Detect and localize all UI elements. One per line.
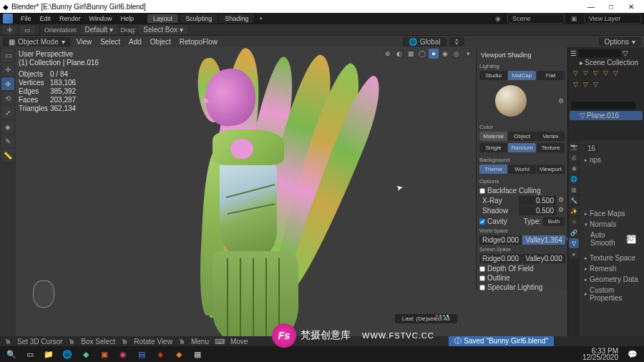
search-icon[interactable]: 🔍 bbox=[3, 348, 20, 361]
prop-tab-mesh[interactable]: ▽ bbox=[569, 238, 579, 248]
rotate-tool[interactable]: ⟲ bbox=[1, 92, 14, 104]
gear-icon[interactable]: ⚙ bbox=[557, 196, 565, 203]
prop-tab-physics[interactable]: ⚛ bbox=[569, 217, 579, 227]
gear-icon[interactable]: ⚙ bbox=[557, 206, 565, 213]
app-icon[interactable]: ◈ bbox=[152, 348, 169, 361]
select-tool-icon[interactable]: ▭ bbox=[20, 26, 35, 34]
outliner-active-object[interactable]: ▽Plane.016 bbox=[570, 111, 643, 120]
taskbar-clock[interactable]: 6:33 PM12/25/2020 bbox=[582, 348, 623, 361]
menu-add[interactable]: Add bbox=[126, 38, 145, 46]
app-icon[interactable]: ◉ bbox=[114, 348, 132, 361]
auto-smooth-row[interactable]: Auto Smooth30° bbox=[582, 230, 642, 248]
lighting-studio[interactable]: Studio bbox=[479, 71, 507, 80]
shading-dropdown-icon[interactable]: ▾ bbox=[463, 49, 473, 59]
annotate-tool[interactable]: ✎ bbox=[1, 134, 14, 147]
color-material[interactable]: Material bbox=[479, 132, 507, 141]
prop-tab-output[interactable]: 🖨 bbox=[569, 152, 579, 162]
explorer-icon[interactable]: 📁 bbox=[40, 348, 57, 361]
menu-select[interactable]: Select bbox=[97, 38, 123, 46]
shadow-toggle[interactable]: Shadow bbox=[479, 206, 518, 215]
blender-taskbar-icon[interactable]: ◆ bbox=[170, 348, 187, 361]
edge-icon[interactable]: 🌐 bbox=[59, 348, 76, 361]
close-button[interactable]: ✕ bbox=[621, 0, 641, 13]
move-tool[interactable]: ✥ bbox=[1, 77, 14, 90]
cursor-tool-icon[interactable]: ✛ bbox=[3, 26, 17, 34]
matcap-preview[interactable] bbox=[495, 85, 527, 117]
gear-icon[interactable]: ⚙ bbox=[557, 97, 565, 104]
mesh-icon[interactable]: ▽ bbox=[601, 69, 610, 77]
measure-tool[interactable]: 📏 bbox=[1, 149, 14, 162]
bg-viewport[interactable]: Viewport bbox=[537, 165, 565, 174]
tab-add[interactable]: + bbox=[255, 15, 266, 22]
viewlayer-field[interactable] bbox=[584, 14, 641, 24]
prop-tab-particles[interactable]: ✨ bbox=[569, 206, 579, 216]
blender-icon[interactable] bbox=[3, 14, 13, 24]
color-vertex[interactable]: Vertex bbox=[537, 132, 565, 141]
valley2-slider[interactable]: Valley0.000 bbox=[522, 254, 565, 263]
menu-edit[interactable]: Edit bbox=[36, 15, 55, 22]
mesh-icon[interactable]: ▽ bbox=[571, 80, 580, 89]
menu-render[interactable]: Render bbox=[56, 15, 84, 22]
color-texture[interactable]: Texture bbox=[537, 143, 565, 152]
select-box-tool[interactable]: ▭ bbox=[1, 49, 14, 62]
mesh-icon[interactable]: ▽ bbox=[571, 69, 580, 77]
app-icon[interactable]: ▤ bbox=[133, 348, 150, 361]
lighting-matcap[interactable]: MatCap bbox=[508, 71, 536, 80]
valley-slider[interactable]: Valley1.364 bbox=[522, 235, 565, 245]
prop-section-texspace[interactable]: ▸Texture Space bbox=[582, 253, 642, 263]
scene-collection-item[interactable]: ▸Scene Collection bbox=[570, 58, 643, 67]
dof-checkbox[interactable] bbox=[479, 266, 485, 272]
scene-field[interactable] bbox=[507, 14, 565, 24]
color-random[interactable]: Random bbox=[508, 143, 536, 152]
menu-retopoflow[interactable]: RetopoFlow bbox=[177, 38, 220, 46]
mesh-icon[interactable]: ▽ bbox=[581, 69, 590, 77]
ridge-slider[interactable]: Ridge0.000 bbox=[479, 235, 522, 245]
bg-world[interactable]: World bbox=[508, 165, 536, 174]
cursor-tool[interactable]: ✛ bbox=[1, 63, 14, 76]
menu-window[interactable]: Window bbox=[86, 15, 116, 22]
menu-view[interactable]: View bbox=[74, 38, 95, 46]
menu-help[interactable]: Help bbox=[117, 15, 138, 22]
gear-icon[interactable]: ⚙ bbox=[566, 235, 567, 243]
color-object[interactable]: Object bbox=[508, 132, 536, 141]
mesh-icon[interactable]: ▽ bbox=[591, 80, 600, 89]
prop-tab-constraints[interactable]: 🔗 bbox=[569, 228, 579, 238]
maximize-button[interactable]: □ bbox=[601, 0, 621, 13]
tab-layout[interactable]: Layout bbox=[147, 14, 178, 23]
props-search[interactable] bbox=[571, 102, 635, 109]
overlay-icon[interactable]: ◐ bbox=[394, 49, 404, 59]
solid-shading-icon[interactable]: ● bbox=[429, 49, 439, 59]
mesh-icon[interactable]: ▽ bbox=[581, 80, 590, 89]
transform-tool[interactable]: ◈ bbox=[1, 120, 14, 133]
color-single[interactable]: Single bbox=[479, 143, 507, 152]
xray-value[interactable]: 0.500 bbox=[519, 196, 557, 205]
app-icon[interactable]: ▣ bbox=[96, 348, 113, 361]
shadow-value[interactable]: 0.500 bbox=[519, 206, 557, 215]
options-dropdown[interactable]: Options▾ bbox=[599, 37, 641, 47]
cavity-checkbox[interactable] bbox=[479, 219, 485, 225]
minimize-button[interactable]: — bbox=[581, 0, 601, 13]
taskview-icon[interactable]: ▭ bbox=[21, 348, 39, 361]
prop-section-facemaps[interactable]: ▸Face Maps bbox=[582, 208, 642, 219]
snap-dropdown[interactable]: ⧲ bbox=[449, 37, 464, 47]
3d-viewport[interactable]: User Perspective (1) Collection | Plane.… bbox=[16, 47, 567, 336]
filter-icon[interactable]: ▽ bbox=[623, 49, 628, 57]
lighting-flat[interactable]: Flat bbox=[537, 71, 565, 80]
tab-shading[interactable]: Shading bbox=[219, 14, 254, 23]
wireframe-shading-icon[interactable]: ◯ bbox=[417, 49, 427, 59]
prop-section-nps[interactable]: ▸nps bbox=[582, 155, 642, 165]
drag-dropdown[interactable]: Select Box ▾ bbox=[139, 25, 187, 34]
prop-section-normals[interactable]: ▾Normals bbox=[582, 219, 642, 230]
prop-section-custom[interactable]: ▸Custom Properties bbox=[582, 285, 642, 303]
menu-file[interactable]: File bbox=[17, 15, 35, 22]
prop-tab-render[interactable]: 📷 bbox=[569, 142, 579, 152]
mode-dropdown[interactable]: ▦Object Mode▾ bbox=[3, 37, 71, 47]
prop-tab-scene[interactable]: ◉ bbox=[569, 163, 579, 173]
rendered-shading-icon[interactable]: ◎ bbox=[452, 49, 462, 59]
prop-tab-material[interactable]: ● bbox=[569, 249, 579, 259]
prop-section-geodata[interactable]: ▸Geometry Data bbox=[582, 274, 642, 285]
prop-tab-modifier[interactable]: 🔧 bbox=[569, 195, 579, 205]
outliner-search[interactable] bbox=[578, 49, 621, 57]
app-icon[interactable]: ◆ bbox=[77, 348, 94, 361]
prop-section-remesh[interactable]: ▸Remesh bbox=[582, 263, 642, 274]
